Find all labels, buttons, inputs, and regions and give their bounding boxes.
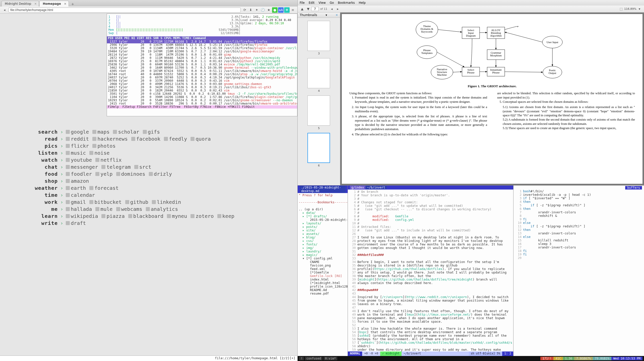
editor-line[interactable]: 34Before I begin, I want to note that al… <box>349 260 512 264</box>
editor-line[interactable]: 49work in the terminal and [tmux](http:/… <box>349 313 512 316</box>
editor-line[interactable]: 43 <box>349 292 512 295</box>
editor-line[interactable]: 12# (use "git add ..." to include in wha… <box>349 229 512 232</box>
thumbnail-6[interactable] <box>307 133 330 163</box>
ext-blue-icon[interactable]: aA <box>278 7 284 13</box>
link-noise[interactable]: noise <box>89 150 109 156</box>
tree-item[interactable]: [*]midnight.html <box>299 281 347 285</box>
editor-line[interactable]: 58xhkdrc) <box>349 344 512 348</box>
editor-line[interactable]: 29environment over the course of a few m… <box>349 243 512 246</box>
editor-line[interactable]: 40always contain the setup described her… <box>349 281 512 285</box>
tree-item[interactable]: ▸ posts/ <box>299 225 347 229</box>
tab-label[interactable]: ./2015-05-28-midnight-desktop.md <box>300 186 346 193</box>
prev-page-button[interactable]: ▲ <box>299 6 305 12</box>
editor-line[interactable]: 50pane management. But, when I do open a… <box>349 316 512 320</box>
tree-item[interactable]: profile_icon_128x128.png <box>299 285 347 288</box>
link-piazza[interactable]: piazza <box>101 213 124 219</box>
page-back-button[interactable]: ◂ <box>329 6 335 12</box>
editor-line[interactable]: 12then <box>514 228 643 232</box>
link-myneu[interactable]: myneu <box>167 213 187 219</box>
editor-line[interactable]: 51forces it to use the maximum available… <box>349 320 512 323</box>
script-editor-pane[interactable]: buffers 1bash#!/bin/2inverted=$(xcalib -… <box>513 186 644 356</box>
editor-line[interactable]: 10else <box>514 221 643 225</box>
download-icon[interactable]: ⬇ <box>248 7 253 13</box>
editor-line[interactable]: 54[bspc] that controls the entire deskto… <box>349 330 512 334</box>
link-gifs[interactable]: gifs <box>143 129 160 135</box>
editor-line[interactable]: 37any of this setup, I would go there. J… <box>349 271 512 274</box>
process-row[interactable]: F1Help F2Setup F3Search F4Filter F5Tree … <box>107 105 297 109</box>
link-gmail[interactable]: gmail <box>66 199 86 205</box>
link-messenger[interactable]: messenger <box>66 164 98 170</box>
tree-item[interactable]: ▸ blog/ <box>299 236 347 239</box>
pdf-page-view[interactable]: ThemeDomains &Keywords PhraseTemplates N… <box>340 13 644 185</box>
editor-line[interactable]: 38the master branch fairly often, but th… <box>349 274 512 278</box>
link-google[interactable]: google <box>66 129 89 135</box>
tree-item[interactable]: [*]Gemfile <box>299 271 347 274</box>
link-yelp[interactable]: yelp <box>95 171 112 177</box>
link-hallada[interactable]: hallada <box>66 206 92 212</box>
editor-line[interactable]: 27I tend to use Linux (Ubuntu) on my des… <box>349 236 512 239</box>
editor-line[interactable]: 8# modified: Gemfile <box>349 215 512 218</box>
back-button[interactable]: ◂ <box>2 7 7 13</box>
editor-line[interactable]: 57[`sxhkdrc`](https://github.com/thallad… <box>349 341 512 344</box>
tree-item[interactable]: Gemfile.lock [RO] <box>299 274 347 278</box>
link-netflix[interactable]: netflix <box>95 157 121 163</box>
editor-line[interactable]: 41 <box>349 285 512 288</box>
link-webcams[interactable]: webcams <box>116 206 142 212</box>
tree-item[interactable]: ▸ assets/ <box>299 232 347 236</box>
url-input[interactable] <box>9 8 241 13</box>
tree-item[interactable]: feed.xml <box>299 267 347 271</box>
link-keep[interactable]: keep <box>217 213 234 219</box>
editor-line[interactable]: 14else <box>514 235 643 239</box>
tree-item[interactable]: ▾ [*] config.yml <box>299 257 347 260</box>
menu-view[interactable]: View <box>318 1 326 5</box>
tree-item[interactable]: ▸ fonts/ <box>299 243 347 246</box>
editor-line[interactable]: 13 xrandr-invert-colors <box>514 232 643 235</box>
link-forecast[interactable]: forecast <box>89 185 118 191</box>
editor-line[interactable]: 53I also like how hackable the whole man… <box>349 327 512 330</box>
zoom-dropdown-icon[interactable]: ▾ <box>637 6 642 12</box>
menu-go[interactable]: Go <box>330 1 334 5</box>
link-drizly[interactable]: drizly <box>149 171 172 177</box>
editor-line[interactable]: 35describing is stored in a [dotfiles re… <box>349 264 512 267</box>
tree-item[interactable]: 2015-05-28-midnight-desktop <box>299 218 347 222</box>
tab-gindex[interactable]: g/index <box>350 186 366 189</box>
fit-icon[interactable]: ⬚ <box>618 6 624 12</box>
tree-item[interactable]: ▸ site/ <box>299 229 347 232</box>
link-photos[interactable]: photos <box>92 143 115 149</box>
tree-item[interactable]: ▸ css/ <box>299 239 347 243</box>
editor-line[interactable]: 52 <box>349 323 512 327</box>
link-scholar[interactable]: scholar <box>113 129 139 135</box>
link-amazon[interactable]: amazon <box>66 178 89 184</box>
editor-line[interactable]: 6# (use "git checkout -- ..." to discard… <box>349 208 512 211</box>
editor-line[interactable]: 16 sleep 3 <box>514 242 643 246</box>
link-foodler[interactable]: foodler <box>66 171 92 177</box>
new-tab-button[interactable]: + <box>69 2 76 7</box>
link-dominoes[interactable]: dominoes <box>116 171 145 177</box>
menu-bookmarks[interactable]: Bookmarks <box>338 1 355 5</box>
link-mule[interactable]: mule <box>95 206 112 212</box>
editor-line[interactable]: 8 redshift & <box>514 214 643 218</box>
extensions-icon[interactable]: ✦ <box>254 7 260 13</box>
tab-midnight-desktop[interactable]: Midnight Desktop × <box>2 1 39 7</box>
editor-line[interactable]: 2inverted=$(xcalib -a -p | head -c 1) <box>514 193 643 197</box>
menu-help[interactable]: Help <box>359 1 365 5</box>
editor-line[interactable]: 17 xrandr-invert-colors <box>514 246 643 249</box>
editor-line[interactable]: 44Inspired by [/r/unixporn](http://www.r… <box>349 295 512 299</box>
link-facebook[interactable]: facebook <box>131 136 160 142</box>
editor-line[interactable]: 28protect my eyes from the blinding ligh… <box>349 239 512 243</box>
editor-line[interactable]: 45from gnome to bspwm, a minimal tiling … <box>349 299 512 302</box>
editor-line[interactable]: 9fi <box>514 218 643 221</box>
page-fwd-button[interactable]: ▸ <box>335 6 341 12</box>
link-draft[interactable]: draft <box>66 220 86 226</box>
link-linkedin[interactable]: linkedin <box>152 199 181 205</box>
link-reddit[interactable]: reddit <box>66 136 89 142</box>
menu-file[interactable]: File <box>300 1 305 5</box>
thumbnail-5[interactable] <box>307 96 330 126</box>
editor-line[interactable]: 59under the home directory and it's supe… <box>349 348 512 351</box>
link-hackernews[interactable]: hackernews <box>92 136 127 142</box>
editor-line[interactable]: 5 if [ -z "$(pgrep redshift)" ] <box>514 204 643 207</box>
thumbnail-3[interactable] <box>307 21 330 51</box>
tree-item[interactable]: ▸ layouts/ <box>299 222 347 225</box>
tree-item[interactable]: favicon.png <box>299 264 347 267</box>
editor-line[interactable]: 2# Your branch is up-to-date with 'origi… <box>349 194 512 197</box>
